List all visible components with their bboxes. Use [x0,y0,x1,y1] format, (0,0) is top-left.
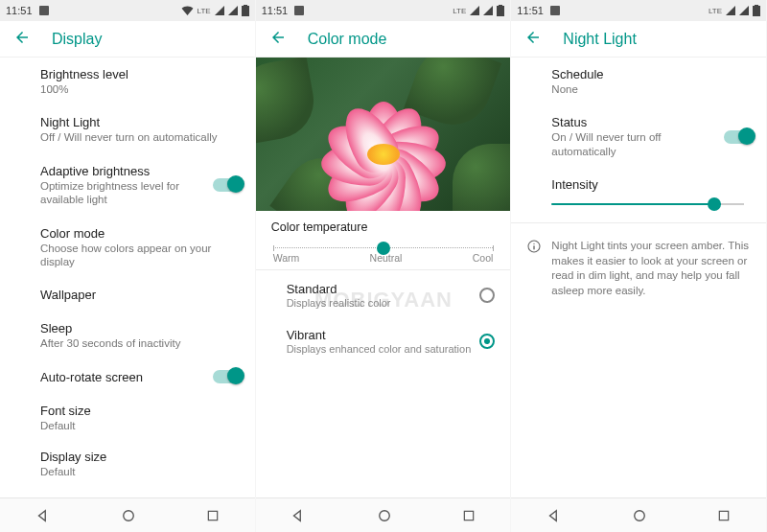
color-temperature-label: Color temperature [256,211,511,234]
night-light-content: Schedule None Status On / Will never tur… [511,58,766,497]
info-text: Night Light tints your screen amber. Thi… [551,239,753,298]
intensity-slider[interactable] [511,192,766,215]
back-button[interactable] [269,29,287,50]
status-clock: 11:51 [262,5,289,16]
toggle-adaptive-brightness[interactable] [213,178,242,192]
page-title: Night Light [563,31,637,48]
nav-back-icon[interactable] [35,507,52,524]
toggle-night-light-status[interactable] [724,130,753,144]
item-wallpaper[interactable]: Wallpaper [0,278,255,312]
svg-point-2 [379,510,389,520]
status-clock: 11:51 [6,5,33,16]
mode-vibrant[interactable]: Vibrant Displays enhanced color and satu… [256,318,511,364]
item-schedule[interactable]: Schedule None [511,58,766,105]
screen-night-light: 11:51 LTE Night Light Schedule None Stat… [511,0,767,532]
info-icon [526,239,542,298]
nav-back-icon[interactable] [546,507,563,524]
signal-icon-2 [228,6,238,15]
signal-icon [470,6,479,15]
screen-color-mode: 11:51 LTE Color mode [256,0,512,532]
svg-rect-6 [534,245,535,249]
svg-point-5 [534,243,535,244]
settings-list: Brightness level 100% Night Light Off / … [0,58,255,497]
item-adaptive-brightness[interactable]: Adaptive brightness Optimize brightness … [0,154,255,217]
temp-warm: Warm [273,252,300,264]
lte-label: LTE [709,7,722,15]
app-bar: Color mode [256,21,511,58]
battery-icon [242,5,249,16]
nav-home-icon[interactable] [120,507,137,524]
signal-icon-2 [483,6,493,15]
signal-icon [215,6,224,15]
item-brightness-level[interactable]: Brightness level 100% [0,58,255,105]
item-sleep[interactable]: Sleep After 30 seconds of inactivity [0,312,255,359]
color-preview-image [256,58,511,211]
svg-rect-1 [208,511,217,520]
page-title: Display [52,31,102,48]
status-clock: 11:51 [517,5,544,16]
nav-recents-icon[interactable] [461,508,476,523]
item-font-size[interactable]: Font size Default [0,394,255,442]
mode-standard[interactable]: Standard Displays realistic color [256,272,511,318]
svg-rect-3 [464,511,473,520]
item-auto-rotate[interactable]: Auto-rotate screen [0,360,255,394]
app-bar: Night Light [511,21,766,58]
screen-display: 11:51 LTE Display Brightness level 100% … [0,0,256,532]
navigation-bar [256,497,511,532]
navigation-bar [511,497,766,532]
photos-icon [39,6,49,15]
back-button[interactable] [524,29,542,50]
radio-standard[interactable] [479,288,495,303]
item-night-light[interactable]: Night Light Off / Will never turn on aut… [0,105,255,153]
nav-home-icon[interactable] [376,507,393,524]
app-bar: Display [0,21,255,58]
temp-cool: Cool [473,252,494,264]
item-display-size[interactable]: Display size Default [0,442,255,486]
svg-point-0 [124,510,134,520]
nav-recents-icon[interactable] [205,508,221,523]
svg-rect-8 [720,511,729,520]
color-temperature-slider[interactable]: Warm Neutral Cool [256,234,511,267]
navigation-bar [0,497,255,532]
nav-home-icon[interactable] [631,507,648,524]
signal-icon-2 [739,6,749,15]
status-bar: 11:51 LTE [256,0,511,21]
battery-icon [753,5,760,16]
item-color-mode[interactable]: Color mode Choose how colors appear on y… [0,217,255,279]
slider-thumb [708,197,721,211]
photos-icon [550,6,560,15]
item-status[interactable]: Status On / Will never turn off automati… [511,105,766,168]
lte-label: LTE [198,7,211,15]
wifi-icon [181,6,194,15]
nav-back-icon[interactable] [290,507,307,524]
status-bar: 11:51 LTE [511,0,766,21]
slider-thumb [377,242,390,255]
radio-vibrant[interactable] [479,334,495,349]
info-row: Night Light tints your screen amber. Thi… [511,225,766,298]
page-title: Color mode [308,31,387,48]
battery-icon [497,5,504,16]
lte-label: LTE [453,7,466,15]
back-button[interactable] [13,29,31,50]
toggle-auto-rotate[interactable] [213,370,242,383]
nav-recents-icon[interactable] [716,508,732,523]
signal-icon [726,6,735,15]
color-mode-content: Color temperature Warm Neutral Cool Stan… [256,58,511,497]
status-bar: 11:51 LTE [0,0,255,21]
photos-icon [294,6,304,15]
item-intensity-label: Intensity [511,168,766,192]
svg-point-7 [635,510,645,520]
